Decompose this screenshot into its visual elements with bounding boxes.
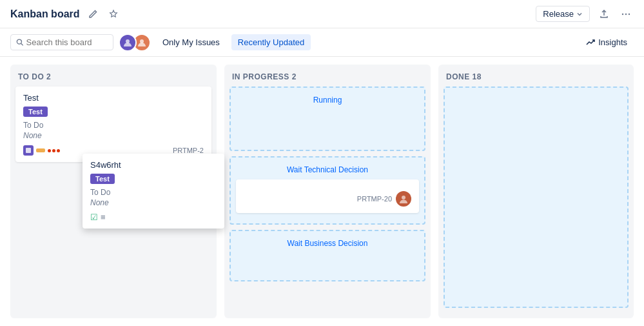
more-icon xyxy=(621,9,631,19)
star-icon xyxy=(108,9,119,19)
svg-rect-7 xyxy=(26,148,31,153)
share-button[interactable] xyxy=(596,6,612,22)
card-title: Test xyxy=(23,93,204,103)
pencil-button[interactable] xyxy=(85,6,101,22)
swimlane-card-footer: PRTMP-20 xyxy=(244,191,411,207)
chevron-down-icon xyxy=(576,11,583,17)
card-id-ip1: PRTMP-20 xyxy=(357,195,392,203)
search-input[interactable] xyxy=(26,37,108,47)
recently-updated-label: Recently Updated xyxy=(238,37,304,47)
more-button[interactable] xyxy=(618,6,634,22)
subtoolbar-left: Only My Issues Recently Updated xyxy=(10,34,311,52)
check-icon: ☑ xyxy=(90,212,98,222)
share-icon xyxy=(599,9,609,19)
swimlane-running-label: Running xyxy=(236,93,419,110)
dragging-card-title: S4w6rht xyxy=(90,160,217,170)
dragging-card-badge: Test xyxy=(90,174,115,184)
todo-column-header: TO DO 2 xyxy=(15,70,211,87)
recently-updated-button[interactable]: Recently Updated xyxy=(231,34,311,50)
done-column: DONE 18 xyxy=(438,65,634,318)
svg-point-0 xyxy=(622,13,623,14)
star-button[interactable] xyxy=(106,6,121,22)
svg-point-3 xyxy=(17,39,21,44)
swimlane-wait-technical: Wait Technical Decision PRTMP-20 xyxy=(229,156,425,225)
avatar-group xyxy=(119,34,151,52)
inprogress-column-header: IN PROGRESS 2 xyxy=(229,70,425,87)
search-wrap[interactable] xyxy=(10,34,113,50)
subtoolbar: Only My Issues Recently Updated Insights xyxy=(0,28,644,57)
priority-icon xyxy=(36,148,45,152)
board: TO DO 2 Test Test To Do None PRTMP-2 xyxy=(0,57,644,326)
swimlane-wait-business-label: Wait Business Decision xyxy=(236,236,419,253)
only-my-issues-button[interactable]: Only My Issues xyxy=(156,34,226,50)
insights-label: Insights xyxy=(598,37,627,47)
dragging-card-footer: ☑ ≡ xyxy=(90,212,217,222)
page-title: Kanban board xyxy=(10,8,80,20)
avatar-1[interactable] xyxy=(119,34,137,52)
inprogress-column: IN PROGRESS 2 Running Wait Technical Dec… xyxy=(224,65,431,318)
list-item[interactable]: PRTMP-20 xyxy=(236,179,419,213)
svg-line-4 xyxy=(21,43,23,45)
card-priority: None xyxy=(23,131,204,140)
chart-icon xyxy=(586,38,595,47)
topbar: Kanban board Release xyxy=(0,0,644,28)
swimlane-wait-business: Wait Business Decision xyxy=(229,230,425,281)
avatar-card xyxy=(396,191,411,207)
dragging-card-status: To Do xyxy=(90,188,217,197)
svg-point-2 xyxy=(629,13,630,14)
topbar-left: Kanban board xyxy=(10,6,121,22)
topbar-right: Release xyxy=(536,6,634,22)
subtoolbar-right: Insights xyxy=(580,34,634,50)
dragging-card-priority: None xyxy=(90,198,217,207)
release-label: Release xyxy=(543,9,574,19)
only-my-issues-label: Only My Issues xyxy=(162,37,220,47)
card-icons xyxy=(23,145,60,156)
hamburger-icon: ≡ xyxy=(101,212,106,222)
done-swimlane xyxy=(444,87,629,308)
dots-icon xyxy=(48,149,60,152)
table-row[interactable]: Test Test To Do None PRTMP-2 xyxy=(15,87,211,162)
svg-point-8 xyxy=(402,196,405,199)
dragging-card[interactable]: S4w6rht Test To Do None ☑ ≡ xyxy=(83,154,224,229)
project-icon xyxy=(23,145,34,156)
card-status: To Do xyxy=(23,121,204,130)
svg-point-1 xyxy=(625,13,627,14)
card-badge: Test xyxy=(23,107,48,117)
release-button[interactable]: Release xyxy=(536,6,590,22)
dragging-card-icons: ☑ ≡ xyxy=(90,212,106,222)
insights-button[interactable]: Insights xyxy=(580,34,634,50)
swimlane-running: Running xyxy=(229,87,425,151)
done-column-header: DONE 18 xyxy=(444,70,629,87)
swimlane-wait-technical-label: Wait Technical Decision xyxy=(236,163,419,179)
pencil-icon xyxy=(88,9,98,19)
search-icon xyxy=(16,38,24,46)
